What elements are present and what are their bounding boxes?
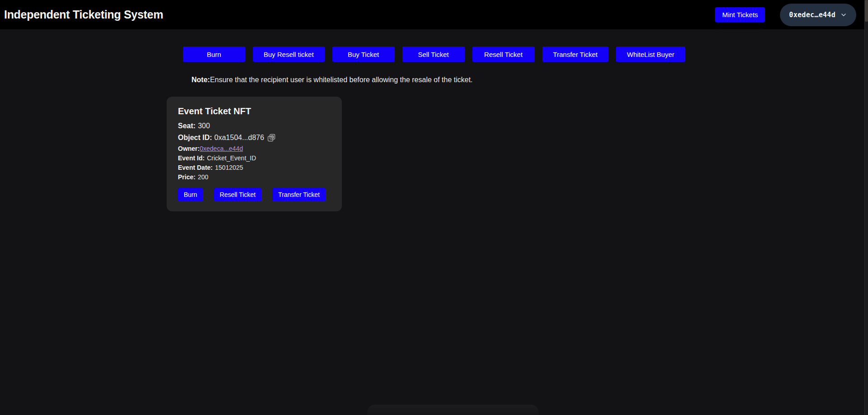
- chevron-down-icon: [840, 11, 847, 19]
- price-row: Price:200: [178, 173, 331, 182]
- buy-ticket-button[interactable]: Buy Ticket: [332, 47, 395, 62]
- owner-label: Owner:: [178, 145, 200, 152]
- owner-address-link[interactable]: 0xedeca...e44d: [200, 145, 243, 152]
- buy-resell-ticket-button[interactable]: Buy Resell ticket: [253, 47, 325, 62]
- bottom-dock-hint: [367, 405, 539, 415]
- event-date-value: 15012025: [215, 164, 243, 171]
- card-actions-row: Burn Resell Ticket Transfer Ticket: [178, 188, 331, 201]
- event-id-label: Event Id:: [178, 154, 205, 162]
- seat-label: Seat:: [178, 122, 196, 130]
- copy-object-id-button[interactable]: [267, 133, 276, 142]
- object-id-row: Object ID:0xa1504...d876: [178, 132, 331, 143]
- whitelist-note: Note:Ensure that the recipient user is w…: [191, 75, 868, 84]
- sell-ticket-button[interactable]: Sell Ticket: [402, 47, 465, 62]
- card-title: Event Ticket NFT: [178, 106, 331, 117]
- scrollbar-thumb[interactable]: [865, 0, 868, 22]
- resell-ticket-button[interactable]: Resell Ticket: [472, 47, 535, 62]
- app-title: Independent Ticketing System: [4, 8, 163, 21]
- card-burn-button[interactable]: Burn: [178, 188, 203, 201]
- note-label: Note:: [191, 76, 210, 84]
- card-transfer-ticket-button[interactable]: Transfer Ticket: [272, 188, 326, 201]
- mint-tickets-button[interactable]: Mint Tickets: [715, 7, 765, 22]
- header-actions: Mint Tickets 0xedec…e44d: [715, 4, 856, 26]
- seat-row: Seat:300: [178, 121, 331, 131]
- event-date-label: Event Date:: [178, 164, 213, 171]
- object-id-label: Object ID:: [178, 132, 212, 143]
- seat-value: 300: [198, 122, 210, 130]
- whitelist-buyer-button[interactable]: WhiteList Buyer: [616, 47, 685, 62]
- ticket-actions-row: Burn Buy Resell ticket Buy Ticket Sell T…: [0, 47, 868, 62]
- price-label: Price:: [178, 173, 196, 181]
- transfer-ticket-button[interactable]: Transfer Ticket: [542, 47, 609, 62]
- card-resell-ticket-button[interactable]: Resell Ticket: [214, 188, 261, 201]
- app-header: Independent Ticketing System Mint Ticket…: [0, 0, 868, 29]
- object-id-value: 0xa1504...d876: [215, 132, 264, 143]
- owner-row: Owner:0xedeca...e44d: [178, 145, 331, 153]
- note-text: Ensure that the recipient user is whitel…: [210, 76, 473, 84]
- event-id-row: Event Id:Cricket_Event_ID: [178, 154, 331, 163]
- event-date-row: Event Date:15012025: [178, 163, 331, 172]
- wallet-menu-button[interactable]: 0xedec…e44d: [780, 4, 856, 26]
- vertical-scrollbar[interactable]: [864, 0, 868, 415]
- price-value: 200: [198, 173, 208, 181]
- event-ticket-card: Event Ticket NFT Seat:300 Object ID:0xa1…: [167, 97, 342, 211]
- event-id-value: Cricket_Event_ID: [207, 154, 256, 162]
- wallet-address: 0xedec…e44d: [789, 11, 835, 19]
- burn-button[interactable]: Burn: [183, 47, 245, 62]
- copy-icon: [267, 133, 276, 142]
